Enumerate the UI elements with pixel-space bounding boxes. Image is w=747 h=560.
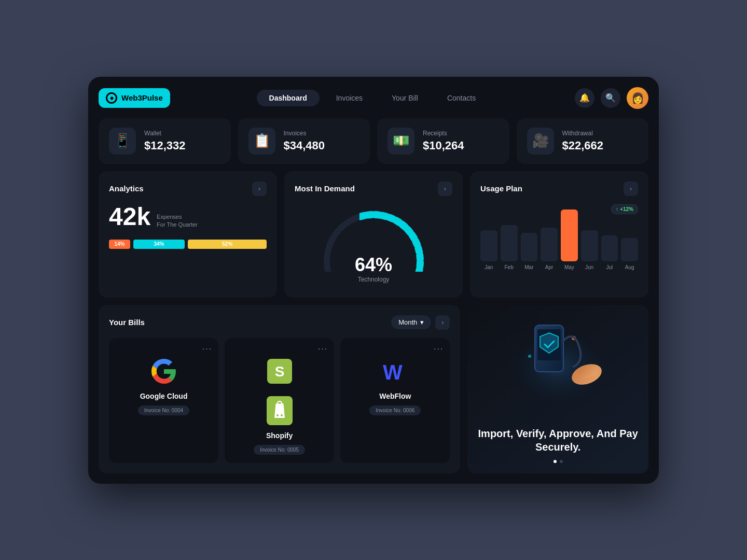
- receipts-icon: 💵: [388, 128, 414, 155]
- search-icon: 🔍: [605, 93, 616, 103]
- bar-jan: Jan: [480, 230, 497, 270]
- promo-dots: [478, 460, 638, 463]
- bar-aug: Aug: [621, 238, 638, 270]
- logo[interactable]: Web3Pulse: [99, 88, 170, 108]
- invoices-value: $34,480: [284, 139, 360, 152]
- stat-card-wallet: 📱 Wallet $12,332: [99, 118, 231, 164]
- logo-text: Web3Pulse: [121, 93, 163, 102]
- bar-may: May: [561, 209, 578, 270]
- usage-nav-btn[interactable]: ›: [624, 181, 638, 196]
- promo-image: [467, 315, 648, 418]
- dot-2: [560, 460, 563, 463]
- google-cloud-name: Google Cloud: [117, 392, 210, 400]
- main-nav: Dashboard Invoices Your Bill Contacts: [178, 90, 566, 106]
- chevron-down-icon: ▾: [420, 318, 424, 326]
- withdrawal-label: Withdrawal: [562, 130, 639, 137]
- bill-webflow: ··· W WebFlow Invoice No: 0006: [340, 338, 450, 463]
- header-actions: 🔔 🔍 👩: [575, 87, 648, 109]
- bills-nav-btn[interactable]: ›: [435, 315, 450, 330]
- bar-seg-1: 14%: [109, 240, 130, 249]
- withdrawal-icon: 🎥: [527, 128, 554, 155]
- avatar[interactable]: 👩: [627, 87, 648, 109]
- usage-chart: Jan Feb Mar Apr May: [480, 218, 638, 270]
- stat-cards-row: 📱 Wallet $12,332 📋 Invoices $34,480 💵 Re…: [99, 118, 648, 164]
- nav-your-bill[interactable]: Your Bill: [379, 90, 431, 106]
- stat-card-receipts: 💵 Receipts $10,264: [377, 118, 509, 164]
- google-cloud-logo: [149, 357, 178, 386]
- most-in-demand-card: Most In Demand › /* done via SVG */: [284, 171, 463, 298]
- invoices-icon: 📋: [248, 128, 275, 155]
- stat-card-invoices: 📋 Invoices $34,480: [238, 118, 370, 164]
- analytics-title: Analytics: [109, 184, 144, 193]
- bills-title: Your Bills: [109, 318, 145, 327]
- header: Web3Pulse Dashboard Invoices Your Bill C…: [99, 87, 648, 109]
- withdrawal-value: $22,662: [562, 139, 639, 152]
- usage-badge: ↑ +12%: [611, 204, 638, 214]
- wallet-label: Wallet: [144, 130, 220, 137]
- dot-1: [554, 460, 557, 463]
- month-selector[interactable]: Month ▾: [391, 315, 431, 329]
- promo-card: Import, Verify, Approve, And Pay Securel…: [467, 305, 648, 473]
- gauge-percentage: 64%: [355, 254, 392, 276]
- receipts-value: $10,264: [423, 139, 499, 152]
- badge-icon: ↑: [616, 206, 620, 212]
- analytics-subtitle: Expenses For The Quarter: [157, 213, 198, 229]
- bell-icon: 🔔: [579, 93, 590, 103]
- bill-webflow-menu[interactable]: ···: [434, 344, 444, 354]
- google-cloud-invoice: Invoice No: 0004: [138, 405, 189, 415]
- usage-title: Usage Plan: [480, 184, 522, 193]
- your-bills-card: Your Bills Month ▾ › ···: [99, 305, 460, 473]
- bill-shopify-menu[interactable]: ···: [318, 344, 328, 354]
- bill-shopify: ··· S: [225, 338, 334, 463]
- nav-contacts[interactable]: Contacts: [435, 90, 488, 106]
- webflow-logo: W: [381, 357, 410, 386]
- notification-button[interactable]: 🔔: [575, 88, 594, 108]
- usage-plan-card: Usage Plan › ↑ +12% Jan Feb: [470, 171, 648, 298]
- svg-point-12: [528, 355, 531, 358]
- promo-title: Import, Verify, Approve, And Pay Securel…: [478, 427, 638, 454]
- bill-google-cloud-menu[interactable]: ···: [202, 344, 212, 354]
- gauge-label: Technology: [355, 276, 392, 283]
- shopify-logo: S: [265, 357, 294, 386]
- svg-point-6: [281, 414, 283, 416]
- wallet-icon: 📱: [109, 128, 136, 155]
- svg-point-5: [276, 414, 279, 416]
- bar-seg-3: 52%: [188, 240, 267, 249]
- demand-nav-btn[interactable]: ›: [438, 181, 452, 196]
- webflow-invoice: Invoice No: 0006: [369, 405, 421, 415]
- analytics-card: Analytics › 42k Expenses For The Quarter…: [99, 171, 277, 298]
- analytics-nav-btn[interactable]: ›: [252, 181, 267, 196]
- svg-text:W: W: [383, 361, 403, 382]
- bill-google-cloud: ··· Google Cloud Invoice No: 0004: [109, 338, 218, 463]
- nav-invoices[interactable]: Invoices: [324, 90, 375, 106]
- gauge-center: 64% Technology: [355, 254, 392, 283]
- bar-feb: Feb: [501, 225, 518, 270]
- bills-grid: ··· Google Cloud Invoice No: 0004: [109, 338, 450, 463]
- bar-jul: Jul: [601, 235, 618, 270]
- nav-dashboard[interactable]: Dashboard: [257, 90, 320, 106]
- middle-row: Analytics › 42k Expenses For The Quarter…: [99, 171, 648, 298]
- shopify-icon-wrap: [265, 396, 294, 425]
- bar-jun: Jun: [581, 230, 598, 270]
- demand-title: Most In Demand: [295, 184, 355, 193]
- stat-card-withdrawal: 🎥 Withdrawal $22,662: [517, 118, 649, 164]
- shopify-invoice: Invoice No: 0005: [254, 445, 305, 455]
- analytics-bars: 14% 34% 52%: [109, 240, 267, 249]
- promo-text: Import, Verify, Approve, And Pay Securel…: [467, 418, 648, 473]
- receipts-label: Receipts: [423, 130, 499, 137]
- bar-apr: Apr: [541, 228, 558, 270]
- promo-illustration: [491, 315, 626, 418]
- invoices-label: Invoices: [284, 130, 360, 137]
- bar-seg-2: 34%: [133, 240, 185, 249]
- analytics-value: 42k: [109, 204, 150, 229]
- logo-icon: [106, 92, 117, 104]
- webflow-name: WebFlow: [349, 392, 441, 400]
- avatar-image: 👩: [631, 92, 644, 104]
- search-button[interactable]: 🔍: [601, 88, 620, 108]
- gauge-container: /* done via SVG */: [295, 204, 452, 287]
- shopify-name: Shopify: [233, 431, 326, 440]
- bar-mar: Mar: [521, 233, 538, 270]
- wallet-value: $12,332: [144, 139, 220, 152]
- bottom-row: Your Bills Month ▾ › ···: [99, 305, 648, 473]
- bills-header: Your Bills Month ▾ ›: [109, 315, 450, 330]
